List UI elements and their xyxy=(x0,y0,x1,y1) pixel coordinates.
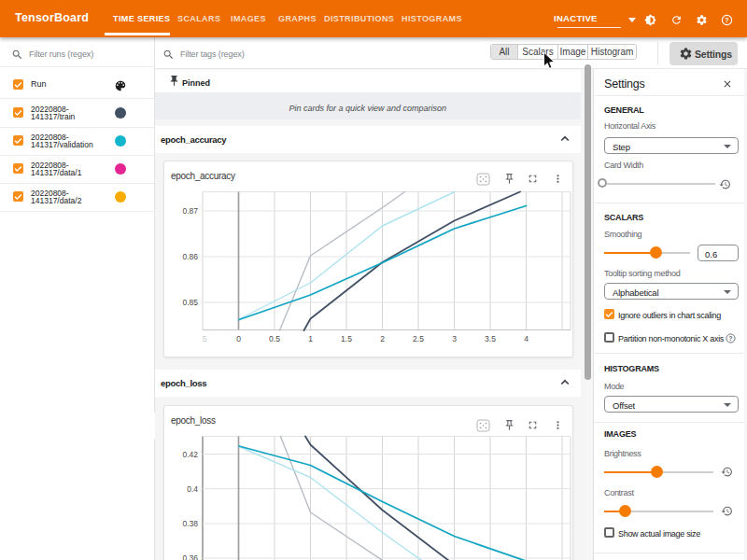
svg-text:0.36: 0.36 xyxy=(182,553,198,560)
svg-text:0.38: 0.38 xyxy=(182,519,198,528)
svg-text:5: 5 xyxy=(202,333,206,343)
svg-text:3: 3 xyxy=(452,333,457,343)
svg-text:2.5: 2.5 xyxy=(413,333,424,343)
svg-text:2: 2 xyxy=(380,333,385,343)
svg-text:4: 4 xyxy=(524,333,529,343)
svg-text:?: ? xyxy=(725,17,728,23)
svg-text:0.42: 0.42 xyxy=(182,449,198,458)
svg-text:0.87: 0.87 xyxy=(182,206,198,216)
svg-text:0: 0 xyxy=(236,333,241,343)
svg-text:?: ? xyxy=(728,335,732,342)
svg-text:3.5: 3.5 xyxy=(485,333,496,343)
svg-text:0.5: 0.5 xyxy=(269,333,280,343)
svg-text:1: 1 xyxy=(308,333,313,343)
svg-text:0.85: 0.85 xyxy=(182,298,198,307)
svg-text:0.4: 0.4 xyxy=(187,483,198,493)
svg-text:0.86: 0.86 xyxy=(182,252,198,261)
svg-text:1.5: 1.5 xyxy=(341,333,352,343)
